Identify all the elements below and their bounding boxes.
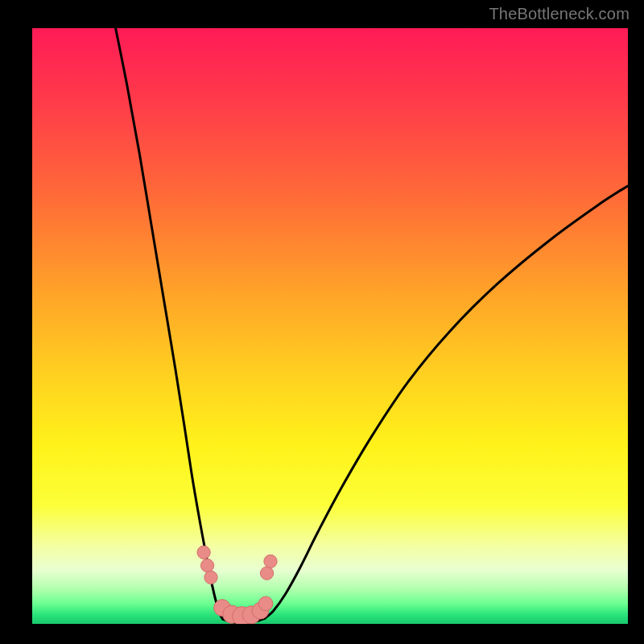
attribution-text: TheBottleneck.com <box>489 5 630 23</box>
marker-dot <box>264 555 277 568</box>
chart-frame: TheBottleneck.com <box>0 0 644 644</box>
left-curve <box>116 28 223 619</box>
marker-dot <box>197 546 210 559</box>
marker-dot <box>200 559 213 572</box>
marker-dot <box>258 597 273 611</box>
marker-group <box>197 546 277 624</box>
marker-dot <box>260 567 273 580</box>
plot-area <box>32 28 628 624</box>
right-curve <box>265 186 628 618</box>
marker-dot <box>204 571 217 584</box>
curve-layer <box>32 28 628 624</box>
